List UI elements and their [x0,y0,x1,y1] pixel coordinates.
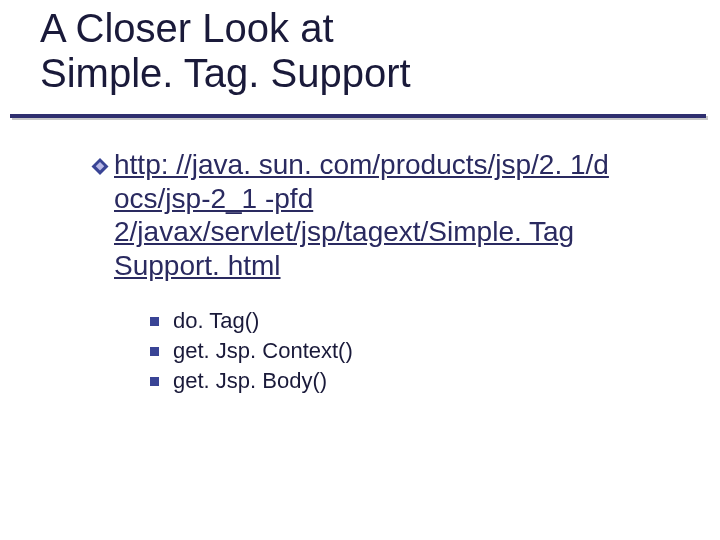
slide: A Closer Look at Simple. Tag. Support ht… [0,0,720,540]
method-label: get. Jsp. Context() [173,338,353,364]
bullet-row-link: http: //java. sun. com/products/jsp/2. 1… [92,148,672,282]
title-line-1: A Closer Look at [40,6,334,50]
method-label: get. Jsp. Body() [173,368,327,394]
list-item: do. Tag() [150,308,672,334]
square-bullet-icon [150,317,159,326]
slide-body: http: //java. sun. com/products/jsp/2. 1… [92,148,672,398]
documentation-link[interactable]: http: //java. sun. com/products/jsp/2. 1… [114,148,672,282]
slide-title: A Closer Look at Simple. Tag. Support [40,6,411,96]
square-bullet-icon [150,377,159,386]
diamond-bullet-icon [92,158,108,174]
method-label: do. Tag() [173,308,259,334]
square-bullet-icon [150,347,159,356]
title-line-2: Simple. Tag. Support [40,51,411,95]
list-item: get. Jsp. Context() [150,338,672,364]
list-item: get. Jsp. Body() [150,368,672,394]
title-divider [10,114,706,118]
method-list: do. Tag() get. Jsp. Context() get. Jsp. … [150,308,672,394]
